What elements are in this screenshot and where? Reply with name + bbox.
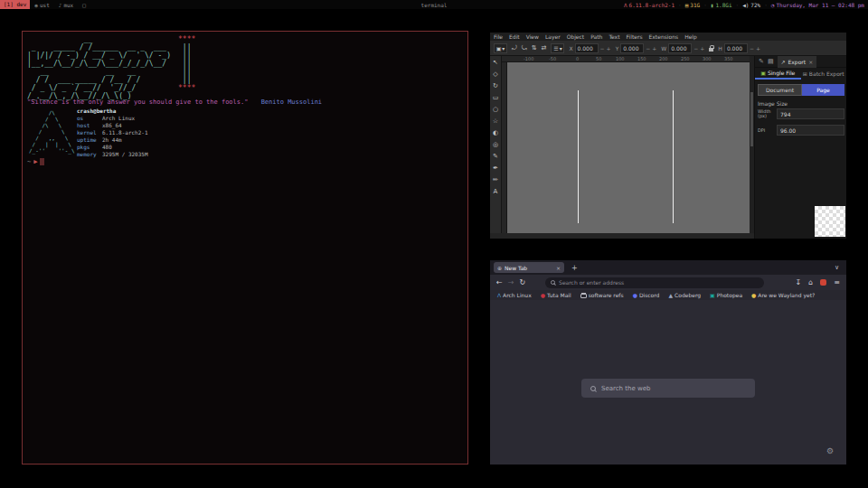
search-icon: [590, 386, 596, 391]
layers-dialog-icon[interactable]: ▤: [768, 58, 774, 65]
menu-filters[interactable]: Filters: [627, 33, 643, 40]
browser-window: ⊕ New Tab × + ∨ ← → ↻ Search or enter ad…: [490, 260, 846, 465]
w-input[interactable]: 0.000: [668, 43, 692, 53]
dpi-input[interactable]: 96.00: [777, 125, 844, 136]
decrement-button[interactable]: −: [646, 45, 650, 52]
page-button[interactable]: Page: [802, 84, 844, 96]
fetch-value: Arch Linux: [102, 115, 135, 122]
bookmark-discord[interactable]: ● Discord: [633, 292, 660, 298]
fetch-key: kernel: [77, 129, 102, 136]
pen-tool[interactable]: ✒: [493, 164, 498, 172]
new-tab-button[interactable]: +: [571, 264, 578, 272]
close-icon[interactable]: ×: [808, 59, 813, 65]
close-tab-icon[interactable]: ×: [556, 265, 561, 271]
rotate-cw-icon[interactable]: ⤿: [522, 44, 527, 52]
increment-button[interactable]: +: [756, 45, 760, 52]
url-bar[interactable]: Search or enter address: [545, 277, 764, 288]
menu-view[interactable]: View: [526, 33, 539, 40]
back-button[interactable]: ←: [496, 278, 503, 286]
export-panel: ✎ ▤ ↗ Export × ▣ Single File ⊞ Batch Exp…: [754, 56, 846, 239]
bookmark-codeberg[interactable]: ▲ Codeberg: [668, 292, 701, 298]
terminal-window[interactable]: __ _ _____ / /______ __ _ ___ | |/|/ / -…: [22, 31, 468, 465]
document-button[interactable]: Document: [758, 84, 802, 96]
list-tabs-icon[interactable]: ∨: [835, 264, 839, 271]
reload-button[interactable]: ↻: [519, 278, 525, 286]
downloads-icon[interactable]: ↧: [796, 278, 802, 286]
page-border-right: [673, 90, 674, 223]
rotate-ccw-icon[interactable]: ⤾: [512, 44, 517, 52]
increment-button[interactable]: +: [652, 45, 656, 52]
selection-mode-dropdown[interactable]: ▣ ▾: [494, 43, 507, 53]
web-search-input[interactable]: Search the web: [581, 379, 755, 398]
box3d-tool[interactable]: ◐: [493, 129, 498, 136]
bookmark-label: Tuta Mail: [547, 292, 571, 298]
bookmarks-bar: Λ Arch Linux ● Tuta Mail software refs ●…: [490, 290, 846, 300]
scrollbar-thumb[interactable]: [750, 92, 753, 146]
export-dialog-tab[interactable]: ↗ Export ×: [778, 56, 817, 68]
menu-extensions[interactable]: Extensions: [649, 33, 679, 40]
fetch-row: memory3295M / 32035M: [77, 151, 148, 158]
decrement-button[interactable]: −: [600, 45, 605, 52]
lock-ratio-icon[interactable]: [709, 48, 713, 52]
pencil-dialog-icon[interactable]: ✎: [759, 58, 764, 65]
desktop: [1] dev ◉ ust ♪ mux □ terminal Λ 6.11.8-…: [0, 0, 868, 488]
ellipse-tool[interactable]: ○: [493, 106, 498, 113]
spiral-tool[interactable]: ◎: [493, 141, 498, 148]
adblock-extension-icon[interactable]: [820, 279, 826, 286]
export-preview-checkerboard: [815, 206, 845, 237]
inkscape-canvas[interactable]: [507, 62, 750, 233]
ruler-label: 50: [596, 56, 601, 61]
shell-prompt[interactable]: ~ ▶: [27, 158, 44, 165]
menu-text[interactable]: Text: [609, 33, 619, 40]
bookmark-label: Codeberg: [675, 292, 701, 298]
bookmark-arch-linux[interactable]: Λ Arch Linux: [497, 292, 532, 298]
forward-button[interactable]: →: [508, 278, 514, 286]
text-tool[interactable]: A: [494, 188, 498, 195]
menu-help[interactable]: Help: [684, 33, 697, 40]
bookmark-label: Photopea: [717, 292, 742, 298]
decrement-button[interactable]: −: [693, 45, 698, 52]
star-tool[interactable]: ☆: [493, 117, 498, 125]
flip-vertical-icon[interactable]: ⇅: [532, 44, 537, 52]
discord-icon: ●: [633, 292, 637, 298]
pencil-tool[interactable]: ✎: [493, 153, 498, 160]
decrement-button[interactable]: −: [750, 45, 754, 52]
menu-layer[interactable]: Layer: [545, 33, 561, 40]
horizontal-ruler[interactable]: -100 -50 0 50 100 150 200 250 300 350: [502, 56, 750, 62]
menu-file[interactable]: File: [494, 33, 503, 40]
width-input[interactable]: 794: [777, 108, 844, 119]
tab-single-file[interactable]: ▣ Single File: [755, 68, 801, 80]
active-tab[interactable]: ⊕ New Tab ×: [494, 262, 564, 273]
menu-path[interactable]: Path: [590, 33, 602, 40]
rectangle-tool[interactable]: ▭: [493, 94, 499, 101]
menu-object[interactable]: Object: [567, 33, 585, 40]
ascii-art-exclamation: **** || || || || || ****: [178, 35, 195, 92]
bookmark-photopea[interactable]: ▣ Photopea: [710, 292, 742, 298]
single-file-label: Single File: [768, 70, 795, 76]
y-input[interactable]: 0.000: [620, 43, 644, 53]
home-icon[interactable]: ⌂: [808, 278, 813, 286]
bookmark-are-we-wayland-yet[interactable]: ● Are we Wayland yet?: [751, 292, 815, 298]
flip-horizontal-icon[interactable]: ⇄: [542, 44, 547, 52]
transform-tool[interactable]: ↻: [493, 82, 498, 89]
selector-tool[interactable]: ↖: [493, 59, 498, 66]
increment-button[interactable]: +: [607, 45, 611, 52]
fetch-row: uptime2h 44m: [77, 136, 148, 144]
kernel-text: 6.11.8-arch2-1: [629, 2, 675, 8]
memory-module: ▮ 1.8Gi: [711, 2, 732, 8]
h-input[interactable]: 0.000: [724, 43, 748, 53]
tab-batch-export[interactable]: ⊞ Batch Export: [801, 68, 847, 80]
calligraphy-tool[interactable]: ✏: [493, 176, 498, 183]
personalize-gear-icon[interactable]: ⚙: [826, 446, 834, 455]
bookmark-folder-software-refs[interactable]: software refs: [580, 292, 624, 298]
canvas-horizontal-scrollbar[interactable]: [490, 233, 754, 239]
node-tool[interactable]: ◇: [493, 70, 497, 78]
increment-button[interactable]: +: [700, 45, 704, 52]
y-field: Y 0.000 − +: [616, 43, 657, 53]
x-input[interactable]: 0.000: [575, 43, 599, 53]
bookmark-tuta-mail[interactable]: ● Tuta Mail: [541, 292, 571, 298]
batch-export-label: Batch Export: [809, 70, 844, 77]
menu-edit[interactable]: Edit: [509, 33, 520, 40]
raise-lower-dropdown[interactable]: ☰ ▾: [551, 43, 564, 53]
menu-icon[interactable]: ≡: [834, 278, 840, 286]
